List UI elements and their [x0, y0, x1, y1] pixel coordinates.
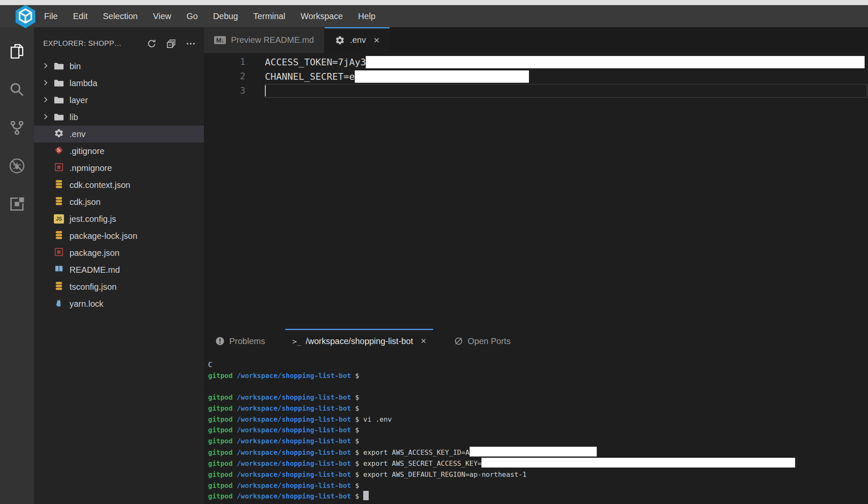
activity-item-plugins[interactable]	[4, 186, 30, 224]
window-top-edge	[0, 0, 868, 5]
menu-item-debug[interactable]: Debug	[213, 11, 238, 21]
file-item-tsconfig-json[interactable]: tsconfig.json	[34, 278, 204, 295]
prompt-user: gitpod	[208, 437, 233, 445]
close-icon[interactable]: ×	[421, 336, 426, 347]
editor-line[interactable]: 2CHANNEL_SECRET=e	[204, 69, 868, 84]
menu-item-file[interactable]: File	[44, 11, 58, 21]
menu-item-workspace[interactable]: Workspace	[300, 11, 343, 21]
tree-item-label: package-lock.json	[70, 231, 137, 241]
terminal-command: export AWS_SECRET_ACCESS_KEY=	[363, 459, 481, 468]
gear-icon	[54, 128, 64, 140]
terminal-output[interactable]: Cgitpod /workspace/shopping-list-bot $ g…	[204, 353, 868, 504]
refresh-button[interactable]	[146, 38, 157, 49]
close-icon[interactable]: ×	[373, 35, 379, 45]
files-icon	[8, 42, 26, 62]
prompt-symbol: $	[351, 437, 363, 445]
menu-item-terminal[interactable]: Terminal	[253, 11, 286, 21]
prompt-user: gitpod	[208, 492, 233, 500]
editor-area[interactable]: 1ACCESS_TOKEN=7jAy3 2CHANNEL_SECRET=e 3	[204, 53, 868, 329]
collapse-all-button[interactable]	[166, 38, 177, 49]
editor-tab-preview-readme-md[interactable]: M↓Preview README.md	[204, 27, 325, 53]
prompt-symbol: $	[351, 470, 363, 479]
file-item-env[interactable]: .env	[34, 126, 204, 143]
prompt-symbol: $	[351, 448, 363, 456]
tree-item-label: lib	[70, 112, 78, 122]
file-item-cdk-context-json[interactable]: cdk.context.json	[34, 176, 204, 193]
file-item-cdk-json[interactable]: cdk.json	[34, 193, 204, 210]
current-line-highlight	[265, 84, 867, 98]
prompt-user: gitpod	[208, 448, 233, 456]
tree-item-label: .gitignore	[70, 146, 104, 156]
terminal-line: gitpod /workspace/shopping-list-bot $	[208, 425, 868, 436]
folder-item-layer[interactable]: layer	[34, 92, 204, 109]
file-item-yarn-lock[interactable]: yarn.lock	[34, 295, 204, 312]
activity-item-explorer[interactable]	[4, 33, 30, 71]
chevron-right-icon	[42, 95, 51, 105]
file-item-package-lock-json[interactable]: package-lock.json	[34, 227, 204, 244]
terminal-line: gitpod /workspace/shopping-list-bot $	[208, 480, 868, 491]
terminal-line: gitpod /workspace/shopping-list-bot $ ex…	[208, 469, 868, 480]
tree-item-label: yarn.lock	[70, 299, 103, 309]
folder-icon	[53, 112, 64, 123]
redaction-block	[355, 70, 529, 83]
prompt-user: gitpod	[208, 404, 233, 412]
explorer-title: EXPLORER: SHOPP…	[43, 39, 146, 48]
file-item-npmignore[interactable]: .npmignore	[34, 160, 204, 176]
prompt-user: gitpod	[208, 470, 233, 479]
file-item-readme-md[interactable]: README.md	[34, 261, 204, 278]
activity-item-source-control[interactable]	[4, 109, 30, 148]
prompt-path: /workspace/shopping-list-bot	[233, 372, 351, 380]
activity-item-debug[interactable]	[4, 148, 30, 186]
tree-item-label: .npmignore	[70, 163, 112, 173]
npm-icon	[54, 247, 64, 259]
prompt-path: /workspace/shopping-list-bot	[233, 448, 351, 456]
prompt-user: gitpod	[208, 482, 233, 490]
cat-icon	[54, 298, 64, 310]
debug-off-icon	[8, 157, 26, 176]
tree-item-label: jest.config.js	[70, 214, 116, 224]
folder-icon	[53, 95, 64, 106]
tab-label: Problems	[229, 336, 265, 346]
menu-item-help[interactable]: Help	[358, 11, 376, 21]
redaction-block	[470, 447, 597, 456]
terminal-line: gitpod /workspace/shopping-list-bot $ ex…	[208, 458, 868, 469]
gitpod-logo-icon	[14, 4, 37, 29]
info-icon	[215, 336, 225, 346]
chevron-right-icon	[42, 112, 51, 122]
folder-item-lib[interactable]: lib	[34, 109, 204, 126]
menu-item-selection[interactable]: Selection	[103, 11, 138, 21]
tree-item-label: tsconfig.json	[70, 282, 117, 292]
terminal-line: gitpod /workspace/shopping-list-bot $	[208, 436, 868, 447]
menu-item-edit[interactable]: Edit	[73, 11, 87, 21]
prompt-symbol: $	[351, 482, 363, 490]
editor-tab-env[interactable]: .env×	[325, 27, 390, 53]
file-item-jest-config-js[interactable]: JS jest.config.js	[34, 210, 204, 227]
folder-item-lambda[interactable]: lambda	[34, 75, 204, 92]
folder-item-bin[interactable]: bin	[34, 58, 204, 75]
gear-icon	[335, 35, 345, 45]
line-number: 2	[204, 71, 265, 81]
editor-line[interactable]: 1ACCESS_TOKEN=7jAy3	[204, 55, 868, 69]
terminal-line: gitpod /workspace/shopping-list-bot $ vi…	[208, 414, 868, 425]
prompt-symbol: $	[351, 404, 363, 412]
panel-tab-problems[interactable]: Problems	[212, 329, 267, 353]
activity-item-search[interactable]	[4, 71, 30, 109]
gitpod-ide-window: FileEditSelectionViewGoDebugTerminalWork…	[0, 0, 868, 504]
file-item-gitignore[interactable]: .gitignore	[34, 143, 204, 160]
menu-items: FileEditSelectionViewGoDebugTerminalWork…	[0, 11, 376, 21]
prompt-path: /workspace/shopping-list-bot	[233, 404, 351, 412]
terminal-line	[208, 381, 868, 392]
explorer-header: EXPLORER: SHOPP…	[34, 27, 204, 55]
database-icon	[54, 281, 64, 293]
panel-tab-workspace-shopping-list-bot[interactable]: >_/workspace/shopping-list-bot×	[289, 329, 428, 353]
more-actions-button[interactable]	[185, 38, 196, 49]
tab-label: /workspace/shopping-list-bot	[306, 336, 413, 346]
tree-item-label: README.md	[70, 265, 120, 275]
editor-line[interactable]: 3	[204, 84, 868, 98]
file-item-package-json[interactable]: package.json	[34, 244, 204, 261]
activity-bar	[0, 27, 34, 504]
line-number: 3	[204, 86, 265, 96]
panel-tab-open-ports[interactable]: Open Ports	[451, 329, 513, 353]
menu-item-view[interactable]: View	[153, 11, 171, 21]
menu-item-go[interactable]: Go	[186, 11, 198, 21]
